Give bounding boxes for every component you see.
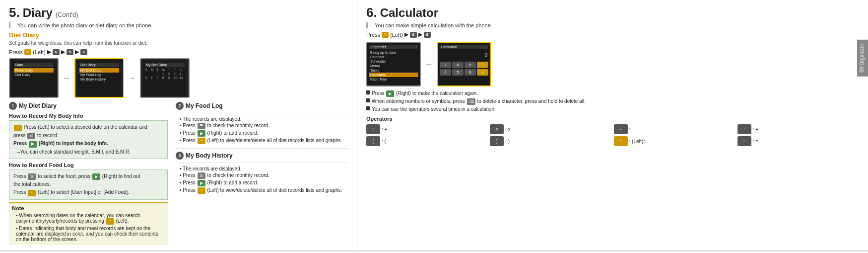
calc-num: 6. <box>366 5 377 20</box>
press-left-food-btn: * <box>28 190 36 196</box>
calc-screen-organizer: Organizer Being up-to-dare Calendar Sche… <box>366 42 421 86</box>
op-closeparen: ) : ) <box>490 136 611 146</box>
section-desc-diary: You can write the photo diary or diet di… <box>9 22 348 28</box>
how-to-body-title: How to Record My Body Info <box>9 113 168 119</box>
section-desc-calc: You can make simple calculation with the… <box>366 22 859 28</box>
press-5-btn: 5 <box>67 49 73 55</box>
op-left-r: * : (Left)r. <box>614 136 735 146</box>
screenshot-diary-main: Diary Photo Diary Diet Diary <box>9 58 59 98</box>
calc-screenshots: Organizer Being up-to-dare Calendar Sche… <box>366 42 859 86</box>
press-left-cal-btn: * <box>14 125 22 131</box>
sidebar-tab: 09 Organizer <box>857 40 868 77</box>
press-record-btn: ⏎ <box>27 133 35 139</box>
section-body-history: 3 My Body History The records are displa… <box>176 152 348 194</box>
press-block-food-log: Press ☰ to select the food, press ▶ (Rig… <box>9 169 168 200</box>
left-section: 5. Diary (Cont'd) You can write the phot… <box>0 0 357 250</box>
note-item-1: • When searching dates on the calendar, … <box>12 213 165 225</box>
numbered-title-2: 2 My Food Log <box>176 102 348 110</box>
subsection-title-diet: Diet Diary <box>9 31 348 39</box>
op-openparen-btn: ( <box>366 136 380 146</box>
press-right-food-btn: ▶ <box>92 173 100 180</box>
food-log-bullet-3: Press ▶ (Right) to add a record. <box>176 130 348 137</box>
op-multiply-btn: × <box>490 124 504 134</box>
press-2-btn: 2 <box>80 49 87 55</box>
body-hist-bullet-3: Press ▶ (Right) to add a record. <box>176 180 348 186</box>
section-title-diary: 5. Diary (Cont'd) <box>9 5 348 20</box>
col-food-body: 2 My Food Log The records are displayed.… <box>176 102 348 245</box>
press-6-btn: 6 <box>53 49 60 55</box>
food-log-bullet-2: Press ☰ to check the monthly record. <box>176 123 348 129</box>
press-line-calc: Press * (Left) ▶ 6 ▶ 6 <box>366 31 859 38</box>
circle-1: 1 <box>9 102 17 110</box>
monthly-btn-body: ☰ <box>198 172 205 179</box>
how-to-food-title: How to Record Food Log <box>9 162 168 168</box>
press-block-body-info: * Press (Left) to select a desired date … <box>9 120 168 159</box>
operators-section: Operators + : + × : x - <box>366 116 859 146</box>
note-left-btn: * <box>106 218 114 225</box>
calc-bullet-2: When entering numbers or symbols, press … <box>366 98 859 105</box>
screenshot-inner-cal: My Diet Diary SMTWTFS 1234 567891011 <box>143 61 187 95</box>
section-subtitle: (Cont'd) <box>56 11 78 18</box>
calc-press-last-btn: 6 <box>424 32 431 38</box>
right-calc-btn: ▶ <box>386 90 394 97</box>
bullet-icon-3 <box>366 106 370 110</box>
circle-2: 2 <box>176 102 184 110</box>
section-food-log: 2 My Food Log The records are displayed.… <box>176 102 348 144</box>
numbered-title-3: 3 My Body History <box>176 152 348 160</box>
calc-title: Calculator <box>380 6 438 20</box>
op-multiply: × : x <box>490 124 611 134</box>
op-plus: + : + <box>366 124 488 134</box>
delete-char-btn: ⌫ <box>467 98 475 105</box>
section-title-calc: 6. Calculator <box>366 5 859 20</box>
section-num: 5. <box>9 5 20 20</box>
note-title: Note <box>12 205 165 211</box>
screenshot-inner-diary: Diary Photo Diary Diet Diary <box>12 61 56 95</box>
op-openparen: ( : ( <box>366 136 488 146</box>
arrow-1: → <box>63 74 70 83</box>
right-section: 09 Organizer 6. Calculator You can make … <box>357 0 868 250</box>
calc-press-6-btn: 6 <box>410 32 417 38</box>
op-divide-btn: ÷ <box>737 124 751 134</box>
section-main-title: Diary <box>23 6 53 20</box>
body-hist-bullet-4: Press * (Left) to view/delete/delete all… <box>176 187 348 194</box>
food-log-bullet-1: The records are displayed. <box>176 116 348 122</box>
food-select-btn: ☰ <box>28 173 36 180</box>
left-del-food-btn: * <box>198 138 205 144</box>
note-item-2: • Dates indicating that body and meal re… <box>12 226 165 242</box>
subsection-desc-diet: Set goals for weightloss, this can help … <box>9 40 348 46</box>
body-hist-bullet-1: The records are displayed. <box>176 166 348 171</box>
press-line-diary: Press * (Left) ▶ 6 ▶ 5 ▶ 2 <box>9 49 348 55</box>
right-add-body-btn: ▶ <box>198 180 205 186</box>
left-del-body-btn: * <box>198 187 205 194</box>
screenshot-diet-diary: Diet Diary My Diet Diary My Food Log My … <box>74 58 124 98</box>
col-diet-diary: 1 My Diet Diary How to Record My Body In… <box>9 102 168 245</box>
calc-screen-main: Calculator 0 7 8 9 ÷ 4 5 6 x <box>437 42 491 86</box>
two-col-diary: 1 My Diet Diary How to Record My Body In… <box>9 102 348 245</box>
footer: 152 153 <box>0 250 868 253</box>
body-hist-bullet-2: Press ☰ to check the monthly record. <box>176 172 348 179</box>
numbered-title-1: 1 My Diet Diary <box>9 102 168 110</box>
operators-grid: + : + × : x - : - <box>366 124 859 146</box>
calc-bullet-1: Press ▶ (Right) to make the calculation … <box>366 90 859 97</box>
right-add-food-btn: ▶ <box>198 130 205 137</box>
circle-3: 3 <box>176 152 184 160</box>
op-minus-btn: - <box>614 124 628 134</box>
monthly-btn-food: ☰ <box>198 123 205 129</box>
diary-screenshots: Diary Photo Diary Diet Diary → Diet Diar… <box>9 58 348 98</box>
press-right-body-btn: ▶ <box>29 141 37 148</box>
op-left-r-btn: * <box>614 136 628 146</box>
calc-press-left-btn: * <box>382 32 389 38</box>
op-divide: ÷ : ÷ <box>737 124 859 134</box>
calc-bullets: Press ▶ (Right) to make the calculation … <box>366 90 859 112</box>
calc-arrow: → <box>425 60 433 69</box>
arrow-2: → <box>128 74 136 83</box>
press-left-btn: * <box>24 49 31 55</box>
op-minus: - : - <box>614 124 735 134</box>
bullet-icon-1 <box>366 90 370 94</box>
op-equals: = : = <box>737 136 859 146</box>
note-box: Note • When searching dates on the calen… <box>9 202 168 245</box>
op-closeparen-btn: ) <box>490 136 504 146</box>
screenshot-inner-diet: Diet Diary My Diet Diary My Food Log My … <box>77 61 121 95</box>
op-equals-btn: = <box>737 136 751 146</box>
bullet-icon-2 <box>366 98 370 102</box>
